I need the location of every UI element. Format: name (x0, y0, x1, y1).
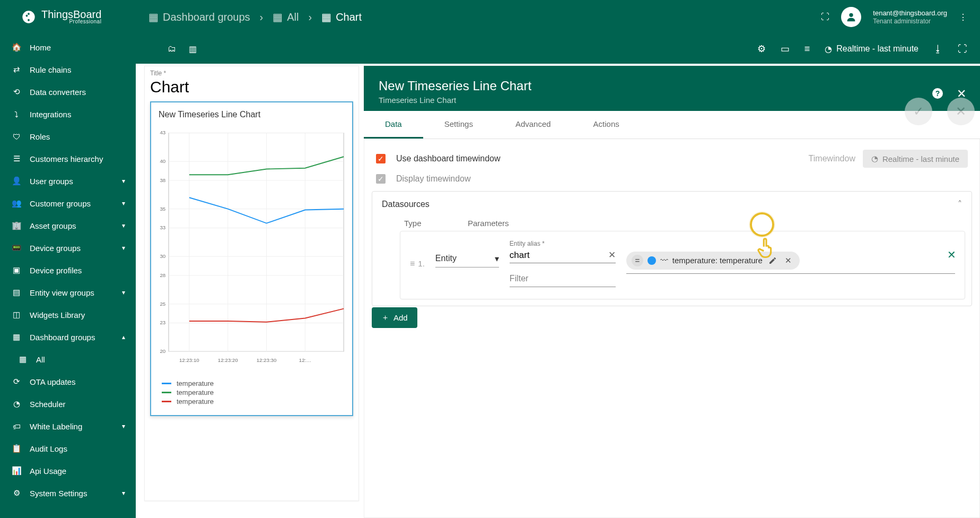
user-block[interactable]: tenant@thingsboard.org Tenant administra… (873, 9, 947, 25)
integrations-icon: ⤵ (11, 110, 22, 119)
type-value: Entity (435, 254, 457, 264)
fullscreen-icon[interactable]: ⛶ (821, 12, 829, 22)
nav-integrations[interactable]: ⤵Integrations (0, 103, 136, 125)
timewindow-field-label: Timewindow (809, 154, 855, 163)
datasources-label: Datasources (382, 200, 430, 209)
legend-item[interactable]: temperature (162, 398, 342, 405)
nav-widgets-library[interactable]: ◫Widgets Library (0, 304, 136, 326)
datakeys-input[interactable]: = 〰 temperature: temperature ✕ (626, 251, 955, 274)
legend-swatch-icon (162, 401, 171, 402)
cancel-button[interactable]: ✕ (947, 98, 975, 125)
nav-api-usage[interactable]: 📊Api Usage (0, 460, 136, 482)
fullscreen-icon[interactable]: ⛶ (958, 44, 967, 55)
filter-input[interactable]: Filter (510, 271, 616, 287)
drag-handle-icon[interactable]: ≡ 1. (410, 259, 425, 269)
nav-label: Integrations (30, 110, 125, 119)
breadcrumb-item[interactable]: ▦All (273, 11, 299, 23)
col-type: Type (404, 219, 468, 228)
nav-asset-groups[interactable]: 🏢Asset groups▾ (0, 214, 136, 237)
timewindow-button[interactable]: ◔ Realtime - last minute (825, 44, 918, 54)
datakey-chip[interactable]: = 〰 temperature: temperature ✕ (626, 252, 800, 270)
logo: ThingsBoard Professional (0, 0, 136, 34)
nav-dashboard-groups[interactable]: ▦Dashboard groups▴ (0, 326, 136, 348)
nav-rule-chains[interactable]: ⇄Rule chains (0, 58, 136, 81)
nav-white-labeling[interactable]: 🏷White Labeling▾ (0, 415, 136, 437)
dashboard-icon: ▦ (148, 11, 159, 23)
entity-icon: ▤ (11, 288, 22, 297)
series-type-icon: 〰 (660, 256, 668, 265)
nav-scheduler[interactable]: ◔Scheduler (0, 393, 136, 415)
svg-text:12:…: 12:… (299, 357, 311, 363)
legend-swatch-icon (162, 383, 171, 384)
nav-device-profiles[interactable]: ▣Device profiles (0, 259, 136, 281)
brand-edition: Professional (69, 19, 101, 25)
nav-label: Api Usage (30, 467, 125, 476)
display-timewindow-checkbox[interactable] (376, 174, 386, 184)
timewindow-disabled-button: ◔ Realtime - last minute (863, 150, 968, 168)
edit-icon[interactable] (767, 255, 778, 266)
alias-input[interactable]: chart ✕ (510, 247, 616, 263)
nav-customer-groups[interactable]: 👥Customer groups▾ (0, 192, 136, 214)
color-dot-icon[interactable] (648, 256, 656, 265)
legend-item[interactable]: temperature (162, 379, 342, 387)
chevron-up-icon: ▴ (122, 333, 125, 341)
nav-data-converters[interactable]: ⟲Data converters (0, 81, 136, 103)
chevron-up-icon[interactable]: ˄ (958, 199, 962, 209)
nav-system-settings[interactable]: ⚙System Settings▾ (0, 482, 136, 504)
gear-icon[interactable]: ⚙ (757, 43, 766, 55)
editor-title: New Timeseries Line Chart (379, 79, 965, 93)
nav-customers-hierarchy[interactable]: ☰Customers hierarchy (0, 148, 136, 170)
svg-text:20: 20 (160, 348, 165, 354)
aliases-icon[interactable]: ▭ (781, 43, 790, 55)
sidebar: ThingsBoard Professional 🏠Home ⇄Rule cha… (0, 0, 136, 518)
avatar[interactable] (841, 7, 861, 27)
tab-advanced[interactable]: Advanced (494, 111, 572, 139)
download-icon[interactable]: ⭳ (933, 44, 943, 55)
alias-value: chart (510, 250, 530, 261)
widget-title-card: Title * Chart New Timeseries Line Chart … (144, 66, 359, 501)
type-select[interactable]: Entity ▾ (435, 251, 499, 267)
nav-user-groups[interactable]: 👤User groups▾ (0, 170, 136, 192)
use-timewindow-checkbox[interactable] (376, 154, 386, 163)
nav-device-groups[interactable]: 📟Device groups▾ (0, 237, 136, 259)
breadcrumb: ▦Dashboard groups › ▦All › ▦Chart (148, 11, 362, 23)
remove-icon[interactable]: ✕ (783, 255, 794, 266)
nav-audit-logs[interactable]: 📋Audit Logs (0, 437, 136, 460)
nav-home[interactable]: 🏠Home (0, 36, 136, 58)
breadcrumb-item[interactable]: ▦Dashboard groups (148, 11, 250, 23)
nav-dashboard-all[interactable]: ▦All (0, 348, 136, 370)
legend-item[interactable]: temperature (162, 388, 342, 396)
chevron-down-icon: ▾ (122, 244, 125, 252)
nav-entity-view-groups[interactable]: ▤Entity view groups▾ (0, 281, 136, 304)
more-icon[interactable]: ⋮ (959, 12, 967, 22)
tab-actions[interactable]: Actions (572, 111, 641, 139)
clear-icon[interactable]: ✕ (608, 249, 616, 261)
apply-button[interactable]: ✓ (905, 98, 932, 125)
nav-label: System Settings (30, 489, 122, 498)
title-field-value[interactable]: Chart (145, 77, 358, 101)
nav-ota-updates[interactable]: ⟳OTA updates (0, 370, 136, 393)
clock-icon: ◔ (871, 154, 878, 163)
layout-icon[interactable]: ▥ (189, 44, 197, 54)
nav-roles[interactable]: 🛡Roles (0, 125, 136, 148)
chart-widget[interactable]: New Timeseries Line Chart 20232528303335… (150, 101, 353, 416)
timewindow-label: Realtime - last minute (836, 44, 918, 54)
remove-datasource-icon[interactable]: ✕ (947, 248, 956, 261)
topbar: ▦Dashboard groups › ▦All › ▦Chart ⛶ tena… (136, 0, 980, 34)
svg-text:?: ? (935, 89, 940, 98)
nav-label: Customer groups (30, 199, 122, 208)
customers-icon: 👥 (11, 198, 22, 208)
breadcrumb-label: Dashboard groups (163, 11, 250, 23)
drag-icon[interactable]: = (632, 255, 643, 266)
tab-data[interactable]: Data (364, 111, 423, 139)
add-datasource-button[interactable]: ＋ Add (372, 307, 417, 328)
svg-text:12:23:10: 12:23:10 (179, 357, 199, 363)
breadcrumb-item[interactable]: ▦Chart (321, 11, 362, 23)
tab-settings[interactable]: Settings (423, 111, 494, 139)
filter-icon[interactable]: ≡ (804, 44, 810, 55)
breadcrumb-label: All (287, 11, 299, 23)
layers-icon[interactable]: 🗂 (168, 44, 176, 54)
user-email: tenant@thingsboard.org (873, 9, 947, 18)
plus-icon: ＋ (381, 313, 389, 323)
chart-title: New Timeseries Line Chart (151, 102, 352, 124)
